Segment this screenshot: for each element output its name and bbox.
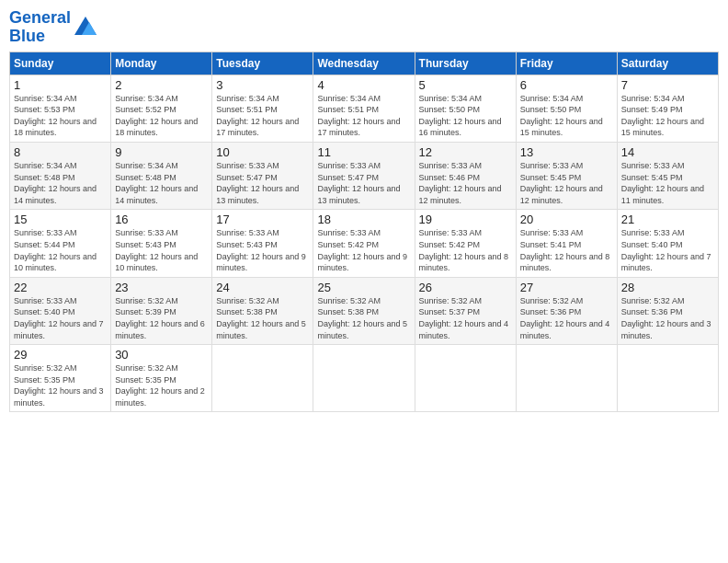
calendar-day-cell: 22Sunrise: 5:33 AMSunset: 5:40 PMDayligh… (10, 277, 111, 344)
logo-icon (73, 15, 98, 40)
day-number: 19 (419, 213, 512, 226)
day-detail: Sunrise: 5:33 AMSunset: 5:43 PMDaylight:… (216, 227, 309, 273)
day-detail: Sunrise: 5:34 AMSunset: 5:49 PMDaylight:… (621, 93, 714, 139)
day-detail: Sunrise: 5:34 AMSunset: 5:50 PMDaylight:… (419, 93, 512, 139)
day-detail: Sunrise: 5:33 AMSunset: 5:45 PMDaylight:… (621, 160, 714, 206)
day-number: 11 (317, 145, 410, 159)
calendar-week-row: 1Sunrise: 5:34 AMSunset: 5:53 PMDaylight… (10, 75, 719, 142)
day-detail: Sunrise: 5:34 AMSunset: 5:51 PMDaylight:… (216, 93, 309, 139)
day-number: 15 (14, 213, 107, 226)
calendar-day-cell: 21Sunrise: 5:33 AMSunset: 5:40 PMDayligh… (617, 210, 718, 277)
day-detail: Sunrise: 5:33 AMSunset: 5:42 PMDaylight:… (419, 227, 512, 273)
calendar-table: SundayMondayTuesdayWednesdayThursdayFrid… (9, 52, 719, 413)
logo-text: General (9, 9, 71, 28)
weekday-header-cell: Friday (516, 52, 617, 75)
day-number: 2 (115, 78, 208, 92)
calendar-day-cell: 13Sunrise: 5:33 AMSunset: 5:45 PMDayligh… (516, 142, 617, 209)
calendar-day-cell: 14Sunrise: 5:33 AMSunset: 5:45 PMDayligh… (617, 142, 718, 209)
calendar-day-cell: 17Sunrise: 5:33 AMSunset: 5:43 PMDayligh… (212, 210, 313, 277)
calendar-day-cell: 28Sunrise: 5:32 AMSunset: 5:36 PMDayligh… (617, 277, 718, 344)
day-detail: Sunrise: 5:34 AMSunset: 5:53 PMDaylight:… (14, 93, 107, 139)
calendar-day-cell: 27Sunrise: 5:32 AMSunset: 5:36 PMDayligh… (516, 277, 617, 344)
weekday-header-cell: Thursday (415, 52, 516, 75)
calendar-day-cell: 20Sunrise: 5:33 AMSunset: 5:41 PMDayligh… (516, 210, 617, 277)
day-number: 3 (216, 78, 309, 92)
calendar-day-cell: 23Sunrise: 5:32 AMSunset: 5:39 PMDayligh… (111, 277, 212, 344)
calendar-day-cell: 15Sunrise: 5:33 AMSunset: 5:44 PMDayligh… (10, 210, 111, 277)
calendar-day-cell: 7Sunrise: 5:34 AMSunset: 5:49 PMDaylight… (617, 75, 718, 142)
day-detail: Sunrise: 5:34 AMSunset: 5:51 PMDaylight:… (317, 93, 410, 139)
day-detail: Sunrise: 5:34 AMSunset: 5:48 PMDaylight:… (14, 160, 107, 206)
weekday-header-cell: Wednesday (313, 52, 415, 75)
calendar-day-cell: 8Sunrise: 5:34 AMSunset: 5:48 PMDaylight… (10, 142, 111, 209)
day-number: 22 (14, 281, 107, 294)
day-detail: Sunrise: 5:32 AMSunset: 5:38 PMDaylight:… (216, 295, 309, 341)
day-detail: Sunrise: 5:32 AMSunset: 5:38 PMDaylight:… (317, 295, 410, 341)
day-number: 14 (621, 145, 714, 159)
calendar-day-cell: 1Sunrise: 5:34 AMSunset: 5:53 PMDaylight… (10, 75, 111, 142)
day-detail: Sunrise: 5:34 AMSunset: 5:52 PMDaylight:… (115, 93, 208, 139)
calendar-body: 1Sunrise: 5:34 AMSunset: 5:53 PMDaylight… (10, 75, 719, 412)
day-number: 8 (14, 145, 107, 159)
calendar-day-cell: 3Sunrise: 5:34 AMSunset: 5:51 PMDaylight… (212, 75, 313, 142)
logo-text2: Blue (9, 28, 71, 46)
logo: General Blue (9, 9, 98, 46)
day-number: 1 (14, 78, 107, 92)
day-number: 18 (317, 213, 410, 226)
day-number: 7 (621, 78, 714, 92)
day-number: 16 (115, 213, 208, 226)
weekday-header-cell: Tuesday (212, 52, 313, 75)
calendar-day-cell: 16Sunrise: 5:33 AMSunset: 5:43 PMDayligh… (111, 210, 212, 277)
calendar-day-cell: 26Sunrise: 5:32 AMSunset: 5:37 PMDayligh… (415, 277, 516, 344)
day-detail: Sunrise: 5:33 AMSunset: 5:40 PMDaylight:… (14, 295, 107, 341)
weekday-header-cell: Monday (111, 52, 212, 75)
day-number: 21 (621, 213, 714, 226)
calendar-week-row: 22Sunrise: 5:33 AMSunset: 5:40 PMDayligh… (10, 277, 719, 344)
calendar-day-cell (212, 345, 313, 412)
day-detail: Sunrise: 5:33 AMSunset: 5:46 PMDaylight:… (419, 160, 512, 206)
day-number: 29 (14, 348, 107, 362)
day-number: 6 (520, 78, 613, 92)
day-number: 20 (520, 213, 613, 226)
day-number: 12 (419, 145, 512, 159)
calendar-day-cell (617, 345, 718, 412)
day-detail: Sunrise: 5:33 AMSunset: 5:42 PMDaylight:… (317, 227, 410, 273)
calendar-day-cell: 30Sunrise: 5:32 AMSunset: 5:35 PMDayligh… (111, 345, 212, 412)
day-number: 26 (419, 281, 512, 294)
day-number: 13 (520, 145, 613, 159)
calendar-day-cell: 18Sunrise: 5:33 AMSunset: 5:42 PMDayligh… (313, 210, 415, 277)
day-detail: Sunrise: 5:33 AMSunset: 5:44 PMDaylight:… (14, 227, 107, 273)
weekday-header-cell: Saturday (617, 52, 718, 75)
day-number: 30 (115, 348, 208, 362)
calendar-day-cell (516, 345, 617, 412)
calendar-week-row: 15Sunrise: 5:33 AMSunset: 5:44 PMDayligh… (10, 210, 719, 277)
calendar-day-cell: 6Sunrise: 5:34 AMSunset: 5:50 PMDaylight… (516, 75, 617, 142)
day-detail: Sunrise: 5:32 AMSunset: 5:37 PMDaylight:… (419, 295, 512, 341)
day-detail: Sunrise: 5:32 AMSunset: 5:35 PMDaylight:… (14, 362, 107, 408)
day-number: 4 (317, 78, 410, 92)
day-number: 25 (317, 281, 410, 294)
calendar-week-row: 8Sunrise: 5:34 AMSunset: 5:48 PMDaylight… (10, 142, 719, 209)
day-number: 9 (115, 145, 208, 159)
calendar-day-cell: 24Sunrise: 5:32 AMSunset: 5:38 PMDayligh… (212, 277, 313, 344)
calendar-day-cell: 11Sunrise: 5:33 AMSunset: 5:47 PMDayligh… (313, 142, 415, 209)
calendar-day-cell: 12Sunrise: 5:33 AMSunset: 5:46 PMDayligh… (415, 142, 516, 209)
calendar-day-cell: 4Sunrise: 5:34 AMSunset: 5:51 PMDaylight… (313, 75, 415, 142)
day-detail: Sunrise: 5:33 AMSunset: 5:43 PMDaylight:… (115, 227, 208, 273)
calendar-day-cell (415, 345, 516, 412)
day-detail: Sunrise: 5:33 AMSunset: 5:47 PMDaylight:… (317, 160, 410, 206)
day-number: 5 (419, 78, 512, 92)
day-detail: Sunrise: 5:33 AMSunset: 5:45 PMDaylight:… (520, 160, 613, 206)
day-number: 24 (216, 281, 309, 294)
calendar-day-cell: 9Sunrise: 5:34 AMSunset: 5:48 PMDaylight… (111, 142, 212, 209)
day-detail: Sunrise: 5:32 AMSunset: 5:36 PMDaylight:… (621, 295, 714, 341)
calendar-day-cell: 2Sunrise: 5:34 AMSunset: 5:52 PMDaylight… (111, 75, 212, 142)
calendar-day-cell (313, 345, 415, 412)
calendar-day-cell: 29Sunrise: 5:32 AMSunset: 5:35 PMDayligh… (10, 345, 111, 412)
weekday-header-row: SundayMondayTuesdayWednesdayThursdayFrid… (10, 52, 719, 75)
day-detail: Sunrise: 5:34 AMSunset: 5:50 PMDaylight:… (520, 93, 613, 139)
day-detail: Sunrise: 5:33 AMSunset: 5:40 PMDaylight:… (621, 227, 714, 273)
day-number: 10 (216, 145, 309, 159)
calendar-week-row: 29Sunrise: 5:32 AMSunset: 5:35 PMDayligh… (10, 345, 719, 412)
page-header: General Blue (9, 9, 719, 46)
